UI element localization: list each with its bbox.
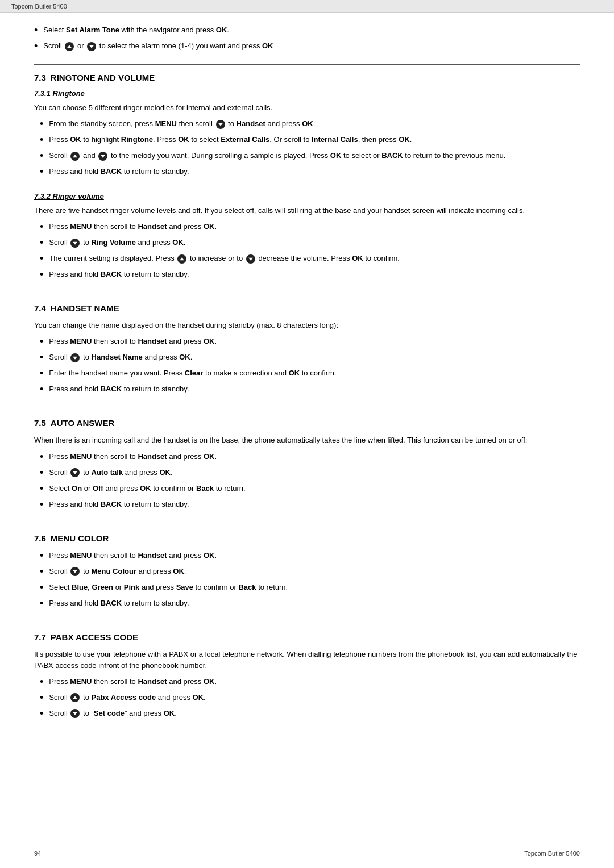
bullet-dot: • (34, 39, 38, 54)
bullet-dot: • (40, 481, 43, 496)
bullet-dot: • (40, 706, 43, 721)
scroll-down-icon (70, 239, 80, 248)
list-item: • Enter the handset name you want. Press… (40, 368, 580, 381)
scroll-up-icon (177, 254, 186, 264)
section-divider (34, 64, 580, 65)
section-heading-7-3: 7.3RINGTONE AND VOLUME (34, 73, 580, 82)
bullet-dot: • (40, 564, 43, 579)
list-item: • Press and hold BACK to return to stand… (40, 383, 580, 397)
list-item: • The current setting is displayed. Pres… (40, 253, 580, 266)
list-item: • Select Set Alarm Tone with the navigat… (34, 24, 580, 38)
bullets-7-5: • Press MENU then scroll to Handset and … (40, 451, 580, 512)
scroll-down-icon (87, 42, 96, 51)
bullet-dot: • (40, 674, 43, 690)
list-item: • Select Blue, Green or Pink and press S… (40, 582, 580, 595)
bullet-dot: • (40, 164, 43, 180)
bullet-dot: • (40, 548, 43, 564)
bullet-dot: • (40, 465, 43, 481)
bullets-7-3-1: • From the standby screen, press MENU th… (40, 118, 580, 180)
section-heading-7-6: 7.6MENU COLOR (34, 533, 580, 543)
list-item: • Press MENU then scroll to Handset and … (40, 676, 580, 690)
list-item: • Press MENU then scroll to Handset and … (40, 336, 580, 349)
bullet-dot: • (40, 580, 43, 595)
section-heading-7-5: 7.5AUTO ANSWER (34, 418, 580, 428)
section-7-6: 7.6MENU COLOR • Press MENU then scroll t… (34, 525, 580, 611)
scroll-down-icon (70, 567, 80, 576)
para-7-5: When there is an incoming call and the h… (34, 435, 580, 446)
bullet-dot: • (40, 497, 43, 512)
scroll-down-icon (70, 353, 80, 362)
para-7-7: It's possible to use your telephone with… (34, 649, 580, 671)
list-item: • From the standby screen, press MENU th… (40, 118, 580, 132)
subsection-7-3-1: 7.3.1 Ringtone You can choose 5 differen… (34, 89, 580, 180)
bullet-dot: • (40, 690, 43, 706)
list-item: • Press MENU then scroll to Handset and … (40, 451, 580, 465)
bullet-dot: • (40, 596, 43, 611)
bullet-dot: • (40, 251, 43, 266)
footer-brand: Topcom Butler 5400 (524, 850, 580, 857)
bullet-dot: • (40, 132, 43, 148)
section-7-7: 7.7PABX ACCESS CODE It's possible to use… (34, 624, 580, 721)
bullet-dot: • (40, 350, 43, 365)
section-divider (34, 525, 580, 525)
list-item: • Scroll to Handset Name and press OK. (40, 352, 580, 365)
page-content: • Select Set Alarm Tone with the navigat… (0, 13, 614, 768)
bullets-7-4: • Press MENU then scroll to Handset and … (40, 336, 580, 397)
top-bullets: • Select Set Alarm Tone with the navigat… (34, 24, 580, 54)
list-item: • Scroll to “Set code” and press OK. (40, 708, 580, 721)
list-item: • Scroll or to select the alarm tone (1-… (34, 40, 580, 54)
bullets-7-6: • Press MENU then scroll to Handset and … (40, 550, 580, 611)
bullets-7-3-2: • Press MENU then scroll to Handset and … (40, 221, 580, 282)
list-item: • Press and hold BACK to return to stand… (40, 499, 580, 512)
list-item: • Press and hold BACK to return to stand… (40, 598, 580, 611)
list-item: • Scroll to Auto talk and press OK. (40, 467, 580, 481)
scroll-up-icon (70, 152, 80, 161)
scroll-down-icon (70, 709, 80, 718)
subsection-7-3-2: 7.3.2 Ringer volume There are five hands… (34, 192, 580, 282)
list-item: • Press OK to highlight Ringtone. Press … (40, 134, 580, 148)
list-item: • Press and hold BACK to return to stand… (40, 166, 580, 180)
bullet-dot: • (40, 148, 43, 164)
list-item: • Scroll and to the melody you want. Dur… (40, 150, 580, 164)
section-heading-7-4: 7.4HANDSET NAME (34, 303, 580, 313)
scroll-up-icon (70, 693, 80, 702)
scroll-down-icon (246, 254, 255, 264)
bullet-dot: • (40, 382, 43, 397)
para-7-4: You can change the name displayed on the… (34, 320, 580, 331)
sub-heading-7-3-2: 7.3.2 Ringer volume (34, 192, 580, 201)
section-divider (34, 410, 580, 410)
sub-heading-7-3-1: 7.3.1 Ringtone (34, 89, 580, 98)
list-item: • Press MENU then scroll to Handset and … (40, 550, 580, 564)
section-7-4: 7.4HANDSET NAME You can change the name … (34, 295, 580, 397)
list-item: • Press MENU then scroll to Handset and … (40, 221, 580, 235)
bullet-dot: • (40, 334, 43, 349)
bullets-7-7: • Press MENU then scroll to Handset and … (40, 676, 580, 721)
page-header: Topcom Butler 5400 (0, 0, 614, 13)
bullet-dot: • (40, 116, 43, 132)
list-item: • Select On or Off and press OK to confi… (40, 483, 580, 496)
bullet-dot: • (40, 366, 43, 381)
list-item: • Press and hold BACK to return to stand… (40, 269, 580, 282)
scroll-down-icon (70, 468, 80, 477)
bullet-dot: • (34, 23, 38, 38)
scroll-down-icon (216, 120, 225, 129)
para-7-3-2: There are five handset ringer volume lev… (34, 205, 580, 216)
footer-page-number: 94 (34, 850, 41, 857)
bullet-dot: • (40, 449, 43, 465)
bullet-dot: • (40, 267, 43, 282)
scroll-up-icon (65, 42, 74, 51)
list-item: • Scroll to Pabx Access code and press O… (40, 692, 580, 706)
bullet-dot: • (40, 219, 43, 235)
list-item: • Scroll to Ring Volume and press OK. (40, 237, 580, 251)
section-divider (34, 295, 580, 295)
section-divider (34, 624, 580, 624)
bullet-dot: • (40, 235, 43, 251)
scroll-down-icon (98, 152, 107, 161)
section-heading-7-7: 7.7PABX ACCESS CODE (34, 632, 580, 642)
section-7-3: 7.3RINGTONE AND VOLUME 7.3.1 Ringtone Yo… (34, 73, 580, 282)
section-7-5: 7.5AUTO ANSWER When there is an incoming… (34, 410, 580, 512)
list-item: • Scroll to Menu Colour and press OK. (40, 566, 580, 579)
page-footer: 94 Topcom Butler 5400 (34, 850, 580, 857)
header-title: Topcom Butler 5400 (11, 3, 67, 10)
para-7-3-1: You can choose 5 different ringer melodi… (34, 102, 580, 114)
